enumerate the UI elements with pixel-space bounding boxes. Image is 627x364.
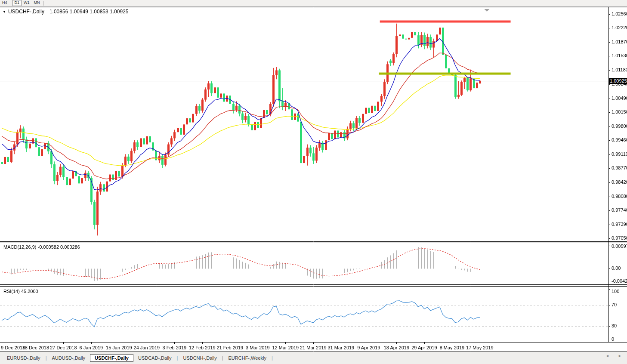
chart-tab-audusd-daily[interactable]: AUDUSD-,Daily [47, 354, 90, 362]
tab-separator: | [46, 355, 47, 361]
timeframe-toolbar: H4 D1 W1 MN [0, 0, 627, 6]
tab-separator: | [272, 355, 273, 361]
timeframe-h4-button[interactable]: H4 [0, 0, 9, 6]
tab-scroll-right-button[interactable]: ► [618, 354, 622, 358]
timeframe-d1-button[interactable]: D1 [12, 0, 22, 6]
chart-tab-eurusd-daily[interactable]: EURUSD-,Daily [2, 354, 45, 362]
chart-tab-bar: EURUSD-,Daily|AUDUSD-,DailyUSDCHF-,Daily… [0, 352, 627, 364]
toolbar-separator [11, 1, 11, 6]
tab-separator: | [177, 355, 178, 361]
chart-tab-usdchf-daily[interactable]: USDCHF-,Daily [90, 354, 133, 362]
tab-scroll-controls: ◄ ► [598, 354, 622, 358]
chart-tab-usdcnh-daily[interactable]: USDCNH-,Daily [178, 354, 221, 362]
tab-separator: | [222, 355, 223, 361]
toolbar-separator [43, 1, 44, 6]
timeframe-w1-button[interactable]: W1 [22, 0, 32, 6]
chart-tab-usdcad-daily[interactable]: USDCAD-,Daily [133, 354, 176, 362]
main-chart-canvas[interactable] [0, 0, 627, 352]
mt4-window: H4 D1 W1 MN ▼USDCHF-,Daily1.00856 1.0094… [0, 0, 627, 364]
timeframe-mn-button[interactable]: MN [32, 0, 42, 6]
tab-scroll-left-button[interactable]: ◄ [605, 354, 609, 358]
chart-tab-eurchf-weekly[interactable]: EURCHF-,Weekly [224, 354, 271, 362]
